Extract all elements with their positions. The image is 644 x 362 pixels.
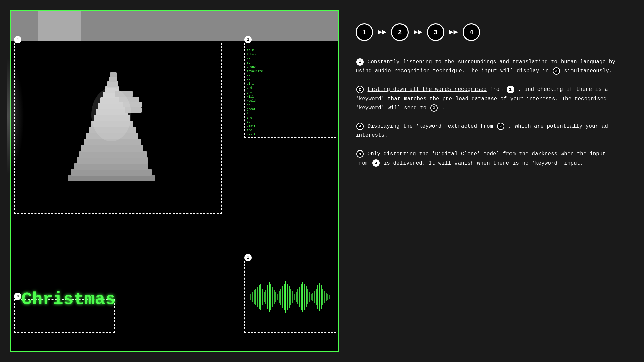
scroll-text-line: would [247,99,334,103]
box3-label: 3 [14,293,21,300]
scroll-text-line: will [247,95,334,99]
svg-rect-24 [250,294,251,300]
svg-rect-37 [272,287,273,307]
step2-ref1-badge: 1 [507,86,514,93]
svg-rect-58 [307,289,308,304]
svg-rect-41 [279,291,280,303]
step4-ref3-badge: 3 [372,159,380,167]
ff-icon-2: ►► [413,28,422,37]
svg-rect-38 [274,290,275,304]
svg-rect-71 [329,295,330,299]
scroll-text-line: visit [247,124,334,129]
main-container: 4 2 talktokyoismyphonefavouritesirisiris… [0,0,644,362]
scroll-text-line: my [247,61,334,65]
svg-rect-32 [264,292,265,302]
step3-underlined-text: Displaying the 'keyword' [368,123,445,129]
scroll-text-line: siri [247,74,334,78]
svg-rect-44 [284,284,285,310]
step3-description: 3 Displaying the 'keyword' extracted fro… [356,122,617,140]
svg-rect-26 [254,290,255,304]
svg-rect-25 [252,292,253,302]
svg-rect-56 [304,284,305,310]
svg-rect-66 [321,285,322,309]
scroll-text-line: you [247,90,334,95]
svg-rect-65 [319,283,320,311]
scroll-text-line: to [247,120,334,124]
scroll-text-line: is [247,57,334,61]
step-circle-4: 4 [463,23,480,41]
step4-description: 4 Only distorting the 'Digital Clone' mo… [356,149,617,168]
scroll-text-line: great [247,107,334,112]
svg-rect-59 [309,292,310,302]
step4-end: is delivered. It will vanish when there … [384,160,583,166]
step1-underlined-text: Constantly listening to the surroundings [368,59,496,65]
svg-rect-29 [259,285,260,309]
svg-rect-39 [275,292,276,302]
svg-rect-34 [267,285,268,309]
scroll-text-line: siri [247,78,334,82]
svg-rect-55 [302,282,303,312]
scroll-text-line: visit [247,133,334,136]
svg-rect-33 [265,290,266,304]
step4-num-badge: 4 [356,150,364,158]
steps-row: 1 ►► 2 ►► 3 ►► 4 [356,23,617,41]
svg-rect-57 [306,286,307,307]
svg-rect-45 [285,281,286,313]
box4-label: 4 [14,36,21,43]
scroll-text-line: phone [247,65,334,69]
svg-rect-53 [299,287,300,307]
fast-forward-1-2: ►► [378,28,386,37]
ff-icon-1: ►► [378,28,386,37]
step3-ref2-badge: 2 [497,123,504,130]
svg-rect-70 [327,294,328,300]
gray-top-bar [11,11,338,41]
selection-box-2: 2 talktokyoismyphonefavouritesirisirisir… [244,43,336,138]
svg-rect-69 [326,293,327,301]
ff-icon-3: ►► [449,28,458,37]
svg-rect-49 [292,291,293,303]
step3-text: extracted from [448,123,493,129]
left-panel: 4 2 talktokyoismyphonefavouritesirisiris… [10,10,339,352]
scroll-text-line: the [247,128,334,133]
svg-rect-62 [314,291,315,303]
selection-box-1: 1 [244,261,336,333]
fast-forward-2-3: ►► [413,28,422,37]
scroll-text-line: to [247,112,334,116]
svg-rect-35 [269,282,270,312]
scroll-text-line: and [247,86,334,90]
svg-rect-52 [297,289,298,304]
box2-label: 2 [244,36,252,43]
fast-forward-3-4: ►► [449,28,458,37]
keyword-display: Christmas [21,290,116,309]
scroll-text-line: tokyo [247,53,334,57]
scroll-text-line: siri [247,82,334,86]
step2-description: 2 Listing down all the words recognised … [356,85,617,113]
step2-num-badge: 2 [356,86,364,93]
step1-description: 1 Constantly listening to the surroundin… [356,58,617,76]
step-circle-1: 1 [356,23,373,41]
step2-end: . [441,105,445,111]
svg-rect-28 [257,287,258,307]
scroll-text-line: be [247,103,334,108]
scroll-text-line: favourite [247,69,334,74]
scroll-text-line: talk [247,48,334,53]
step4-underlined-text: Only distorting the 'Digital Clone' mode… [368,151,558,157]
step1-ref2-badge: 2 [553,67,560,75]
step2-underlined-text: Listing down all the words recognised [368,86,487,93]
svg-rect-67 [322,289,323,305]
scroll-text-area: talktokyoismyphonefavouritesirisirisiria… [247,48,334,136]
svg-rect-63 [316,289,317,305]
svg-rect-51 [296,292,297,302]
svg-rect-60 [311,294,312,300]
svg-rect-48 [290,289,291,305]
step-circle-3: 3 [427,23,444,41]
visualization-area: 4 2 talktokyoismyphonefavouritesirisiris… [11,41,338,351]
step-circle-2: 2 [391,23,409,41]
svg-rect-36 [270,284,271,310]
step2-ref3-badge: 3 [430,104,438,112]
scroll-text-line: the [247,116,334,120]
box1-label: 1 [244,254,252,261]
step1-end: simultaneously. [564,68,612,74]
svg-rect-46 [287,284,288,310]
svg-rect-50 [294,294,295,300]
